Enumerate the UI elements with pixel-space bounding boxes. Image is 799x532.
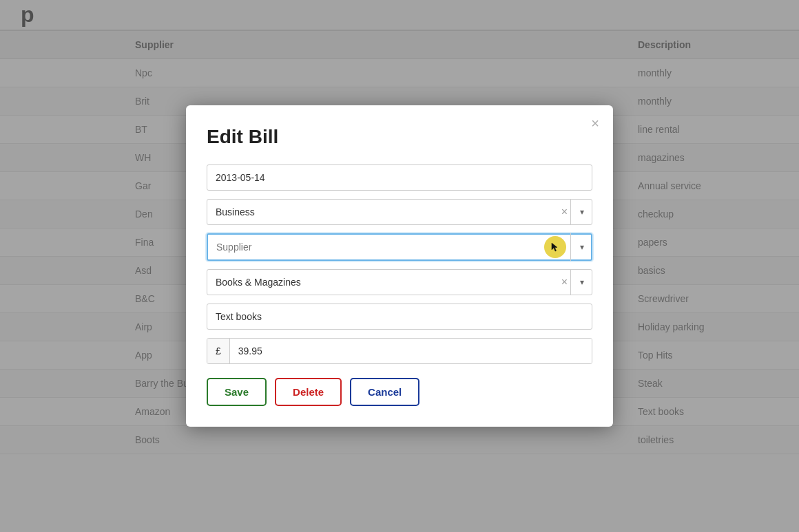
description-input[interactable] [207,304,592,330]
button-row: Save Delete Cancel [207,378,592,406]
cursor-indicator [544,236,566,258]
amount-wrapper: £ [207,338,592,364]
category-select[interactable]: Business [207,199,592,225]
supplier-wrapper: ▾ [207,233,592,261]
category-dropdown-icon[interactable]: ▾ [570,199,592,225]
description-group [207,304,592,330]
supplier-dropdown-icon[interactable]: ▾ [570,233,592,261]
category-clear-icon[interactable]: × [561,206,568,218]
date-input[interactable] [207,164,592,191]
category-select-wrapper: Business × ▾ [207,199,592,225]
supplier-group: ▾ [207,233,592,261]
subcategory-dropdown-icon[interactable]: ▾ [570,269,592,295]
subcategory-select[interactable]: Books & Magazines [207,269,592,295]
subcategory-clear-icon[interactable]: × [561,276,568,288]
svg-marker-0 [552,243,557,251]
currency-symbol: £ [207,339,230,363]
category-group: Business × ▾ [207,199,592,225]
edit-bill-modal: Edit Bill × Business × ▾ [186,105,613,427]
amount-group: £ [207,338,592,364]
amount-input[interactable] [230,339,592,363]
cancel-button[interactable]: Cancel [350,378,419,406]
supplier-input[interactable] [207,233,592,261]
subcategory-select-wrapper: Books & Magazines × ▾ [207,269,592,295]
save-button[interactable]: Save [207,378,267,406]
date-group [207,164,592,191]
delete-button[interactable]: Delete [275,378,342,406]
close-button[interactable]: × [591,116,599,130]
modal-overlay: Edit Bill × Business × ▾ [0,0,799,532]
modal-title: Edit Bill [207,126,592,148]
subcategory-group: Books & Magazines × ▾ [207,269,592,295]
